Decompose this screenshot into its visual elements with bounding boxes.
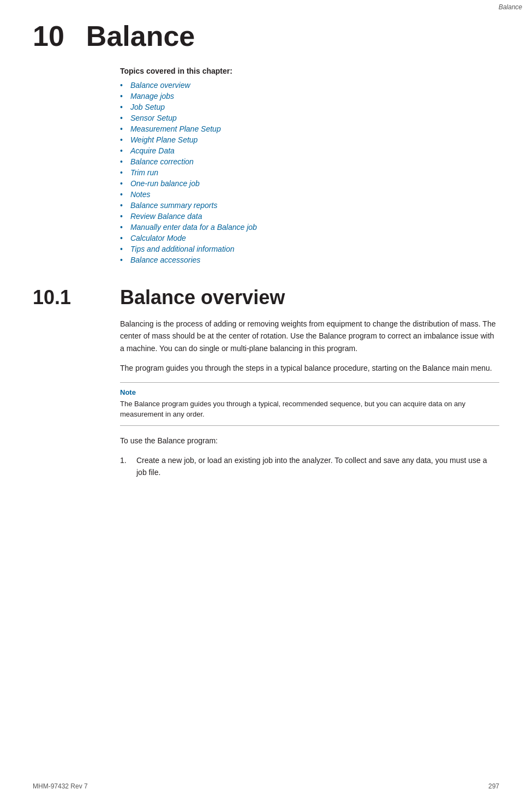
section-body: Balancing is the process of adding or re… bbox=[120, 318, 499, 479]
section-10-1: 10.1 Balance overview Balancing is the p… bbox=[33, 286, 499, 479]
list-item: Calculator Mode bbox=[120, 234, 499, 242]
section-number: 10.1 bbox=[33, 286, 98, 309]
note-text: The Balance program guides you through a… bbox=[120, 399, 499, 420]
note-label: Note bbox=[120, 388, 499, 396]
chapter-label: Balance bbox=[499, 3, 522, 11]
list-item: 1. Create a new job, or load an existing… bbox=[120, 454, 499, 479]
paragraph-2: The program guides you through the steps… bbox=[120, 362, 499, 374]
chapter-number: 10 bbox=[33, 22, 64, 50]
step-text: Create a new job, or load an existing jo… bbox=[136, 454, 499, 479]
section-header: 10.1 Balance overview bbox=[33, 286, 499, 309]
list-item: Measurement Plane Setup bbox=[120, 124, 499, 133]
list-item: Balance correction bbox=[120, 157, 499, 166]
list-item: Job Setup bbox=[120, 103, 499, 111]
topics-section: Topics covered in this chapter: Balance … bbox=[120, 67, 499, 264]
list-item: Acquire Data bbox=[120, 146, 499, 155]
list-item: Trim run bbox=[120, 168, 499, 177]
top-bar: Balance bbox=[489, 0, 532, 14]
footer-left: MHM-97432 Rev 7 bbox=[33, 782, 88, 790]
list-item: Balance accessories bbox=[120, 256, 499, 264]
paragraph-1: Balancing is the process of adding or re… bbox=[120, 318, 499, 354]
list-item: Review Balance data bbox=[120, 212, 499, 221]
list-item: One-run balance job bbox=[120, 179, 499, 188]
list-item: Tips and additional information bbox=[120, 245, 499, 253]
topics-heading: Topics covered in this chapter: bbox=[120, 67, 499, 75]
list-item: Manage jobs bbox=[120, 92, 499, 100]
list-item: Balance summary reports bbox=[120, 201, 499, 210]
topics-list: Balance overview Manage jobs Job Setup S… bbox=[120, 81, 499, 264]
list-item: Weight Plane Setup bbox=[120, 135, 499, 144]
chapter-title: Balance bbox=[86, 22, 195, 50]
steps-list: 1. Create a new job, or load an existing… bbox=[120, 454, 499, 479]
steps-intro: To use the Balance program: bbox=[120, 435, 499, 447]
list-item: Notes bbox=[120, 190, 499, 199]
footer: MHM-97432 Rev 7 297 bbox=[33, 782, 499, 790]
list-item: Manually enter data for a Balance job bbox=[120, 223, 499, 232]
section-title: Balance overview bbox=[120, 286, 285, 309]
footer-right: 297 bbox=[488, 782, 499, 790]
note-block: Note The Balance program guides you thro… bbox=[120, 382, 499, 426]
list-item: Sensor Setup bbox=[120, 114, 499, 122]
chapter-header: 10 Balance bbox=[33, 22, 499, 50]
step-number: 1. bbox=[120, 454, 136, 466]
list-item: Balance overview bbox=[120, 81, 499, 90]
